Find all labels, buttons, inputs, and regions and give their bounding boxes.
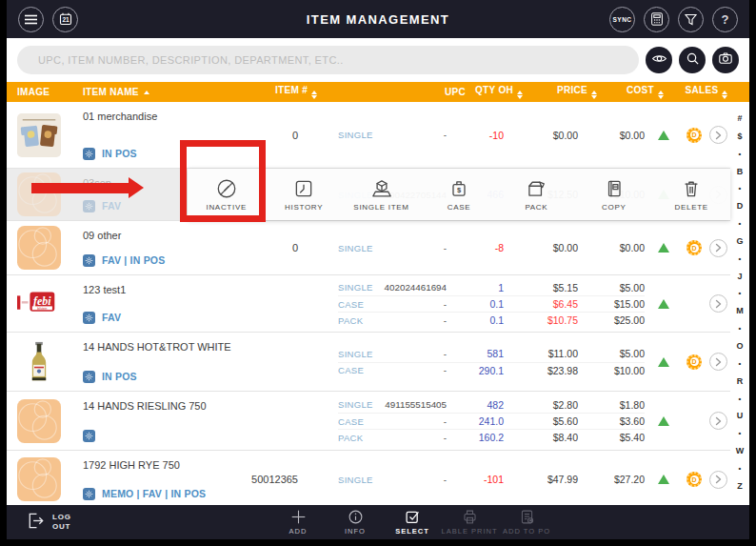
action-copy[interactable]: COPY bbox=[575, 177, 652, 212]
row-detail-button[interactable] bbox=[709, 126, 727, 144]
footer-lable-print-button: LABLE PRINT bbox=[441, 509, 498, 536]
table-row[interactable]: 01 merchandiseIN POS0SINGLE--10$0.00$0.0… bbox=[7, 102, 730, 169]
action-delete[interactable]: DELETE bbox=[653, 177, 730, 212]
cost-value: $3.60 bbox=[578, 415, 645, 427]
item-settings-icon[interactable] bbox=[83, 488, 95, 500]
item-settings-icon[interactable] bbox=[83, 148, 95, 160]
item-number bbox=[243, 392, 311, 450]
action-case[interactable]: $CASE bbox=[420, 177, 497, 212]
select-icon bbox=[405, 509, 421, 527]
table-row[interactable]: 09 otherFAV | IN POS0SINGLE--8$0.00$0.00… bbox=[7, 221, 730, 275]
rail-letter-W[interactable]: W bbox=[736, 447, 745, 455]
price-value: $11.00 bbox=[504, 348, 578, 359]
calculator-button[interactable] bbox=[644, 7, 669, 32]
cost-value: $0.00 bbox=[578, 242, 645, 253]
rail-letter-Z[interactable]: Z bbox=[737, 482, 743, 491]
footer-add-button[interactable]: ADD bbox=[269, 509, 327, 536]
rail-letter-R[interactable]: R bbox=[737, 377, 744, 386]
rail-letter-M[interactable]: M bbox=[736, 307, 744, 315]
filter-button[interactable] bbox=[678, 7, 704, 32]
table-row[interactable]: 14 HANDS RIESLING 750SINGLE4911555154054… bbox=[7, 392, 730, 451]
item-settings-icon[interactable] bbox=[83, 254, 95, 267]
item-tags: FAV | IN POS bbox=[102, 254, 165, 266]
item-settings-icon[interactable] bbox=[83, 371, 95, 383]
footer-actions: ADDINFOSELECTLABLE PRINTADD TO PO bbox=[269, 509, 555, 536]
table-row[interactable]: 1792 HIGH RYE 750MEMO | FAV | IN POS5001… bbox=[7, 451, 730, 505]
column-qty-oh[interactable]: QTY OH bbox=[469, 85, 523, 99]
footer-select-button[interactable]: SELECT bbox=[384, 509, 441, 536]
row-detail-button[interactable] bbox=[709, 471, 727, 489]
discount-cell: D bbox=[683, 102, 706, 168]
item-name: 14 HANDS RIESLING 750 bbox=[83, 400, 243, 412]
upc-value: - bbox=[384, 130, 450, 140]
rail-letter-U[interactable]: U bbox=[737, 412, 744, 420]
action-inactive[interactable]: INACTIVE bbox=[188, 177, 265, 212]
item-settings-icon[interactable] bbox=[83, 200, 95, 212]
search-button[interactable] bbox=[679, 47, 706, 73]
rail-letter-G[interactable]: G bbox=[736, 237, 743, 246]
unit-line: SINGLE--101$47.99$27.20 bbox=[338, 472, 645, 488]
column-item-number[interactable]: ITEM # bbox=[262, 85, 330, 99]
unit-label: SINGLE bbox=[338, 349, 384, 359]
rail-letter-D[interactable]: D bbox=[737, 202, 744, 211]
item-unit-lines: SINGLE--8$0.00$0.00 bbox=[311, 221, 645, 274]
upc-value: - bbox=[384, 349, 450, 359]
item-image bbox=[7, 169, 68, 220]
table-row[interactable]: 14 HANDS HOT&TROT WHITEIN POSSINGLE-581$… bbox=[7, 333, 730, 392]
row-content: febibilstein123 test1FAVSINGLE4020244616… bbox=[7, 275, 730, 332]
item-rows: 01 merchandiseIN POS0SINGLE--10$0.00$0.0… bbox=[7, 102, 730, 505]
item-settings-icon[interactable] bbox=[83, 430, 95, 442]
menu-button[interactable] bbox=[18, 7, 44, 32]
unit-label: SINGLE bbox=[338, 282, 384, 293]
price-value: $0.00 bbox=[504, 242, 578, 253]
action-label: DELETE bbox=[675, 203, 708, 212]
logout-button[interactable]: LOGOUT bbox=[26, 511, 71, 535]
calculator-icon bbox=[649, 11, 665, 27]
rail-letter-J[interactable]: J bbox=[737, 273, 742, 281]
price-value: $47.99 bbox=[504, 474, 578, 485]
rail-letter-O[interactable]: O bbox=[736, 342, 743, 351]
row-detail-button[interactable] bbox=[709, 239, 727, 257]
column-item-name[interactable]: ITEM NAME bbox=[83, 87, 139, 97]
upc-value: - bbox=[384, 243, 450, 253]
search-input[interactable] bbox=[17, 46, 639, 74]
qty-oh-value: 1 bbox=[450, 282, 504, 293]
footer-info-button[interactable]: INFO bbox=[327, 509, 384, 536]
help-button[interactable]: ? bbox=[712, 7, 738, 32]
detail-cell bbox=[706, 275, 730, 332]
trend-up-icon bbox=[658, 475, 669, 484]
camera-icon bbox=[718, 51, 733, 70]
rail-letter-B[interactable]: B bbox=[737, 168, 744, 176]
action-pack[interactable]: PACK bbox=[498, 177, 575, 212]
column-sales[interactable]: SALES bbox=[664, 85, 749, 99]
row-detail-button[interactable] bbox=[709, 412, 727, 430]
cost-value: $0.00 bbox=[578, 130, 645, 141]
footer-action-label: ADD bbox=[289, 527, 308, 536]
column-price[interactable]: PRICE bbox=[523, 85, 597, 99]
price-value: $5.15 bbox=[504, 282, 578, 293]
item-name-cell: 14 HANDS RIESLING 750 bbox=[68, 392, 243, 450]
cost-value: $27.20 bbox=[578, 474, 645, 485]
column-cost[interactable]: COST bbox=[597, 85, 664, 99]
qty-oh-value: -101 bbox=[450, 474, 504, 485]
sales-trend-cell bbox=[645, 333, 683, 391]
row-detail-button[interactable] bbox=[709, 353, 727, 371]
rail-letter-$[interactable]: $ bbox=[737, 132, 742, 141]
detail-cell bbox=[706, 102, 730, 168]
sales-trend-cell bbox=[645, 392, 683, 450]
action-single-item[interactable]: SINGLE ITEM bbox=[343, 177, 420, 212]
item-settings-icon[interactable] bbox=[83, 312, 95, 324]
rail-letter-#[interactable]: # bbox=[737, 114, 742, 123]
camera-button[interactable] bbox=[712, 47, 739, 73]
rail-dot: • bbox=[739, 360, 742, 368]
sync-button[interactable]: SYNC bbox=[609, 7, 635, 32]
item-name: 01 merchandise bbox=[83, 111, 243, 122]
visibility-button[interactable] bbox=[646, 47, 672, 73]
table-row[interactable]: 03sepFAVSINGLE400422705144466$12.50$10.0… bbox=[7, 169, 730, 221]
calendar-button[interactable]: 21 bbox=[52, 7, 78, 32]
action-history[interactable]: HISTORY bbox=[265, 177, 342, 212]
table-row[interactable]: febibilstein123 test1FAVSINGLE4020244616… bbox=[7, 275, 730, 333]
row-detail-button[interactable] bbox=[709, 294, 727, 313]
footer-add-to-po-button: ADD TO PO bbox=[498, 509, 555, 536]
item-tags: IN POS bbox=[102, 371, 137, 382]
